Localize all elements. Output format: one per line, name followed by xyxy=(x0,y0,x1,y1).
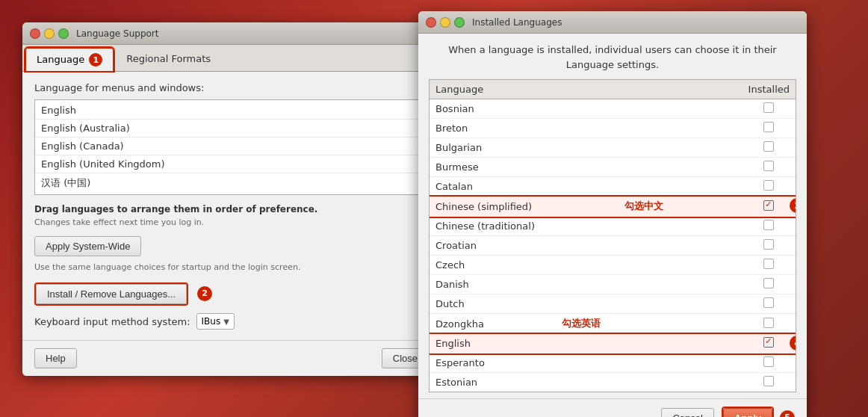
close-button[interactable] xyxy=(30,28,40,39)
table-row[interactable]: Dutch xyxy=(430,294,796,314)
lang-check[interactable] xyxy=(743,158,796,177)
lang-name: Czech xyxy=(430,256,743,275)
lang-check[interactable] xyxy=(743,236,796,256)
tab-regional-formats[interactable]: Regional Formats xyxy=(115,48,222,71)
table-row[interactable]: Croatian xyxy=(430,236,796,256)
table-row[interactable]: Esperanto xyxy=(430,353,796,373)
lang-check[interactable] xyxy=(743,138,796,158)
lang-name: Burmese xyxy=(430,158,743,177)
lang-check[interactable] xyxy=(743,217,796,236)
lang-check-english[interactable]: 4 xyxy=(743,334,796,353)
badge-3: 3 xyxy=(790,198,796,213)
lang-name: Estonian xyxy=(430,373,743,392)
lang-check[interactable] xyxy=(743,294,796,314)
table-row[interactable]: Burmese xyxy=(430,158,796,177)
lang-check[interactable] xyxy=(743,177,796,197)
lang-check[interactable] xyxy=(743,99,796,119)
checkbox-catalan[interactable] xyxy=(763,180,774,191)
checkbox-chinese-traditional[interactable] xyxy=(763,220,774,230)
checkbox-danish[interactable] xyxy=(763,278,774,288)
checkbox-esperanto[interactable] xyxy=(763,356,774,367)
annotation-chinese: 勾选中文 xyxy=(624,200,663,213)
lang-item-english-uk[interactable]: English (United Kingdom) xyxy=(35,155,428,173)
checkbox-czech[interactable] xyxy=(763,259,774,269)
checkbox-estonian[interactable] xyxy=(763,376,774,386)
table-row[interactable]: Dzongkha 勾选英语 xyxy=(430,314,796,334)
install-remove-row: Install / Remove Languages... 2 xyxy=(34,282,429,306)
lang-support-titlebar: Language Support xyxy=(22,22,441,45)
lang-check[interactable] xyxy=(743,314,796,334)
maximize-button[interactable] xyxy=(58,28,69,39)
checkbox-bulgarian[interactable] xyxy=(763,141,774,152)
apply-system-desc: Use the same language choices for startu… xyxy=(34,262,429,272)
apply-system-wide-button[interactable]: Apply System-Wide xyxy=(34,236,141,256)
badge-4: 4 xyxy=(790,336,796,350)
table-row[interactable]: Catalan xyxy=(430,177,796,197)
checkbox-burmese[interactable] xyxy=(763,161,774,171)
badge-2: 2 xyxy=(197,286,212,301)
installed-languages-window: Installed Languages When a language is i… xyxy=(418,11,807,417)
lang-check[interactable] xyxy=(743,373,796,392)
table-row[interactable]: Breton xyxy=(430,119,796,138)
table-row[interactable]: Bulgarian xyxy=(430,138,796,158)
checkbox-breton[interactable] xyxy=(763,122,774,132)
checkbox-dzongkha[interactable] xyxy=(763,318,774,328)
minimize-button[interactable] xyxy=(44,28,55,39)
lang-item-chinese[interactable]: 汉语 (中国) xyxy=(35,173,428,193)
lang-name: Esperanto xyxy=(430,353,743,373)
lang-check[interactable] xyxy=(743,353,796,373)
titlebar-buttons-2 xyxy=(426,17,465,28)
apply-btn-outline: Apply xyxy=(722,407,774,417)
tab-bar: Language 1 Regional Formats xyxy=(22,45,441,72)
lang-support-footer: Help Close xyxy=(22,340,441,376)
language-table: Language Installed Bosnian Breton xyxy=(430,80,796,392)
lang-name: Bosnian xyxy=(430,99,743,119)
checkbox-croatian[interactable] xyxy=(763,239,774,250)
checkbox-english[interactable] xyxy=(763,337,774,348)
table-row[interactable]: Czech xyxy=(430,256,796,275)
lang-check[interactable] xyxy=(743,119,796,138)
checkbox-dutch[interactable] xyxy=(763,297,774,308)
lang-check-chinese[interactable]: 3 xyxy=(743,197,796,217)
dropdown-arrow-icon: ▼ xyxy=(223,318,229,326)
lang-item-english-au[interactable]: English (Australia) xyxy=(35,120,428,138)
tab-language[interactable]: Language 1 xyxy=(25,48,114,71)
lang-name: Dzongkha 勾选英语 xyxy=(430,314,743,333)
lang-name: Catalan xyxy=(430,177,743,197)
lang-support-title: Language Support xyxy=(76,28,158,39)
apply-button-wrap: Apply 5 xyxy=(722,407,795,417)
keyboard-method-select[interactable]: IBus ▼ xyxy=(196,313,235,330)
lang-check[interactable] xyxy=(743,275,796,294)
cancel-button[interactable]: Cancel xyxy=(661,408,713,417)
lang-item-english-ca[interactable]: English (Canada) xyxy=(35,138,428,155)
tab-language-content: Language for menus and windows: English … xyxy=(22,72,441,340)
section-label: Language for menus and windows: xyxy=(34,82,429,93)
maximize-button-2[interactable] xyxy=(454,17,465,28)
badge-5: 5 xyxy=(780,410,795,418)
table-row[interactable]: Estonian xyxy=(430,373,796,392)
table-row[interactable]: Bosnian xyxy=(430,99,796,119)
checkbox-bosnian[interactable] xyxy=(763,102,774,113)
table-row-english[interactable]: English 4 xyxy=(430,334,796,353)
table-row[interactable]: Danish xyxy=(430,275,796,294)
lang-check[interactable] xyxy=(743,256,796,275)
col-header-language: Language xyxy=(430,80,743,99)
lang-name: Dutch xyxy=(430,294,743,314)
installed-description: When a language is installed, individual… xyxy=(418,34,807,79)
help-button[interactable]: Help xyxy=(34,348,77,368)
annotation-english: 勾选英语 xyxy=(562,317,601,330)
apply-button[interactable]: Apply xyxy=(723,408,772,417)
install-remove-button[interactable]: Install / Remove Languages... xyxy=(36,284,187,304)
language-support-window: Language Support Language 1 Regional For… xyxy=(22,22,441,376)
lang-item-english[interactable]: English xyxy=(35,102,428,120)
keyboard-row: Keyboard input method system: IBus ▼ xyxy=(34,313,429,330)
table-row[interactable]: Chinese (traditional) xyxy=(430,217,796,236)
titlebar-buttons xyxy=(30,28,69,39)
badge-1: 1 xyxy=(89,53,102,67)
checkbox-chinese-simplified[interactable] xyxy=(763,200,774,211)
installed-footer: Cancel Apply 5 xyxy=(418,398,807,417)
close-button-2[interactable] xyxy=(426,17,436,28)
minimize-button-2[interactable] xyxy=(440,17,450,28)
table-row-chinese-simplified[interactable]: Chinese (simplified) 勾选中文 3 xyxy=(430,197,796,217)
keyboard-label: Keyboard input method system: xyxy=(34,316,190,327)
